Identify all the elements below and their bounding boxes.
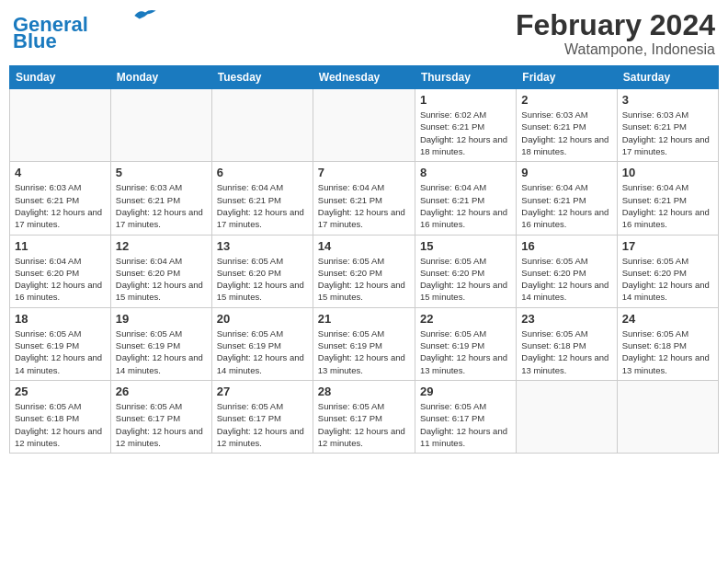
location: Watampone, Indonesia <box>516 41 715 58</box>
day-info: Sunrise: 6:05 AM Sunset: 6:20 PM Dayligh… <box>521 255 611 304</box>
calendar-cell: 4Sunrise: 6:03 AM Sunset: 6:21 PM Daylig… <box>10 162 111 235</box>
calendar-cell: 21Sunrise: 6:05 AM Sunset: 6:19 PM Dayli… <box>313 307 415 380</box>
calendar-cell: 3Sunrise: 6:03 AM Sunset: 6:21 PM Daylig… <box>617 89 718 162</box>
calendar-cell <box>211 89 313 162</box>
day-number: 29 <box>420 385 511 398</box>
calendar-cell: 25Sunrise: 6:05 AM Sunset: 6:18 PM Dayli… <box>10 380 111 453</box>
calendar-cell: 1Sunrise: 6:02 AM Sunset: 6:21 PM Daylig… <box>415 89 516 162</box>
calendar-cell: 29Sunrise: 6:05 AM Sunset: 6:17 PM Dayli… <box>415 380 516 453</box>
calendar-cell: 22Sunrise: 6:05 AM Sunset: 6:19 PM Dayli… <box>415 307 516 380</box>
day-number: 22 <box>420 312 511 326</box>
calendar-cell: 27Sunrise: 6:05 AM Sunset: 6:17 PM Dayli… <box>211 380 313 453</box>
calendar-cell: 16Sunrise: 6:05 AM Sunset: 6:20 PM Dayli… <box>517 235 617 307</box>
day-number: 13 <box>217 239 308 253</box>
calendar-header-tuesday: Tuesday <box>211 66 313 89</box>
page-header: General Blue February 2024 Watampone, In… <box>9 9 719 58</box>
calendar-cell <box>617 380 718 453</box>
calendar-cell: 17Sunrise: 6:05 AM Sunset: 6:20 PM Dayli… <box>617 235 718 307</box>
day-info: Sunrise: 6:05 AM Sunset: 6:18 PM Dayligh… <box>622 327 713 376</box>
day-number: 5 <box>116 166 207 179</box>
day-number: 6 <box>217 166 308 179</box>
calendar-cell: 2Sunrise: 6:03 AM Sunset: 6:21 PM Daylig… <box>517 89 617 162</box>
calendar-cell: 8Sunrise: 6:04 AM Sunset: 6:21 PM Daylig… <box>415 162 516 235</box>
month-title: February 2024 <box>516 9 715 41</box>
calendar-cell: 20Sunrise: 6:05 AM Sunset: 6:19 PM Dayli… <box>211 307 313 380</box>
day-number: 23 <box>521 312 611 326</box>
day-info: Sunrise: 6:04 AM Sunset: 6:21 PM Dayligh… <box>420 181 511 230</box>
calendar-cell: 15Sunrise: 6:05 AM Sunset: 6:20 PM Dayli… <box>415 235 516 307</box>
day-number: 12 <box>116 239 207 253</box>
calendar-cell: 28Sunrise: 6:05 AM Sunset: 6:17 PM Dayli… <box>313 380 415 453</box>
calendar-cell <box>313 89 415 162</box>
day-number: 17 <box>622 239 713 253</box>
calendar-cell: 26Sunrise: 6:05 AM Sunset: 6:17 PM Dayli… <box>110 380 211 453</box>
day-info: Sunrise: 6:03 AM Sunset: 6:21 PM Dayligh… <box>622 109 713 157</box>
day-info: Sunrise: 6:04 AM Sunset: 6:21 PM Dayligh… <box>622 181 713 230</box>
day-number: 18 <box>15 312 106 326</box>
calendar-cell: 13Sunrise: 6:05 AM Sunset: 6:20 PM Dayli… <box>211 235 313 307</box>
calendar-cell: 7Sunrise: 6:04 AM Sunset: 6:21 PM Daylig… <box>313 162 415 235</box>
day-number: 4 <box>15 166 106 179</box>
calendar-header-monday: Monday <box>110 66 211 89</box>
day-number: 26 <box>116 385 207 398</box>
calendar-cell: 23Sunrise: 6:05 AM Sunset: 6:18 PM Dayli… <box>517 307 617 380</box>
day-number: 15 <box>420 239 511 253</box>
calendar-header-thursday: Thursday <box>415 66 516 89</box>
day-info: Sunrise: 6:04 AM Sunset: 6:20 PM Dayligh… <box>15 255 106 304</box>
day-info: Sunrise: 6:05 AM Sunset: 6:20 PM Dayligh… <box>420 255 511 304</box>
day-info: Sunrise: 6:03 AM Sunset: 6:21 PM Dayligh… <box>521 109 611 157</box>
calendar-week-row: 4Sunrise: 6:03 AM Sunset: 6:21 PM Daylig… <box>10 162 719 235</box>
calendar-cell <box>10 89 111 162</box>
calendar-cell: 24Sunrise: 6:05 AM Sunset: 6:18 PM Dayli… <box>617 307 718 380</box>
calendar-cell: 18Sunrise: 6:05 AM Sunset: 6:19 PM Dayli… <box>10 307 111 380</box>
title-area: February 2024 Watampone, Indonesia <box>516 9 715 58</box>
day-info: Sunrise: 6:05 AM Sunset: 6:19 PM Dayligh… <box>318 327 410 376</box>
day-number: 20 <box>217 312 308 326</box>
day-number: 3 <box>622 93 713 107</box>
calendar-week-row: 25Sunrise: 6:05 AM Sunset: 6:18 PM Dayli… <box>10 380 719 453</box>
day-number: 19 <box>116 312 207 326</box>
day-number: 27 <box>217 385 308 398</box>
calendar-header-wednesday: Wednesday <box>313 66 415 89</box>
day-number: 10 <box>622 166 713 179</box>
day-number: 9 <box>521 166 611 179</box>
calendar-cell: 11Sunrise: 6:04 AM Sunset: 6:20 PM Dayli… <box>10 235 111 307</box>
day-info: Sunrise: 6:05 AM Sunset: 6:20 PM Dayligh… <box>622 255 713 304</box>
day-info: Sunrise: 6:05 AM Sunset: 6:17 PM Dayligh… <box>116 400 207 449</box>
day-info: Sunrise: 6:05 AM Sunset: 6:18 PM Dayligh… <box>521 327 611 376</box>
day-info: Sunrise: 6:05 AM Sunset: 6:19 PM Dayligh… <box>15 327 106 376</box>
day-info: Sunrise: 6:05 AM Sunset: 6:19 PM Dayligh… <box>420 327 511 376</box>
calendar-cell: 14Sunrise: 6:05 AM Sunset: 6:20 PM Dayli… <box>313 235 415 307</box>
day-number: 8 <box>420 166 511 179</box>
day-info: Sunrise: 6:02 AM Sunset: 6:21 PM Dayligh… <box>420 109 511 157</box>
day-info: Sunrise: 6:05 AM Sunset: 6:20 PM Dayligh… <box>217 255 308 304</box>
logo: General Blue <box>13 15 158 52</box>
day-info: Sunrise: 6:04 AM Sunset: 6:21 PM Dayligh… <box>318 181 410 230</box>
day-info: Sunrise: 6:04 AM Sunset: 6:21 PM Dayligh… <box>521 181 611 230</box>
day-info: Sunrise: 6:05 AM Sunset: 6:17 PM Dayligh… <box>217 400 308 449</box>
day-info: Sunrise: 6:04 AM Sunset: 6:20 PM Dayligh… <box>116 255 207 304</box>
calendar-cell: 6Sunrise: 6:04 AM Sunset: 6:21 PM Daylig… <box>211 162 313 235</box>
day-number: 7 <box>318 166 410 179</box>
calendar-table: SundayMondayTuesdayWednesdayThursdayFrid… <box>9 65 719 454</box>
calendar-cell: 5Sunrise: 6:03 AM Sunset: 6:21 PM Daylig… <box>110 162 211 235</box>
calendar-cell: 9Sunrise: 6:04 AM Sunset: 6:21 PM Daylig… <box>517 162 617 235</box>
day-number: 1 <box>420 93 511 107</box>
day-info: Sunrise: 6:05 AM Sunset: 6:19 PM Dayligh… <box>116 327 207 376</box>
calendar-cell <box>517 380 617 453</box>
logo-blue-text: Blue <box>13 31 57 52</box>
day-number: 16 <box>521 239 611 253</box>
calendar-cell: 19Sunrise: 6:05 AM Sunset: 6:19 PM Dayli… <box>110 307 211 380</box>
calendar-week-row: 11Sunrise: 6:04 AM Sunset: 6:20 PM Dayli… <box>10 235 719 307</box>
calendar-cell: 12Sunrise: 6:04 AM Sunset: 6:20 PM Dayli… <box>110 235 211 307</box>
day-number: 21 <box>318 312 410 326</box>
day-number: 28 <box>318 385 410 398</box>
day-info: Sunrise: 6:05 AM Sunset: 6:19 PM Dayligh… <box>217 327 308 376</box>
day-info: Sunrise: 6:05 AM Sunset: 6:18 PM Dayligh… <box>15 400 106 449</box>
day-info: Sunrise: 6:05 AM Sunset: 6:17 PM Dayligh… <box>318 400 410 449</box>
day-info: Sunrise: 6:05 AM Sunset: 6:20 PM Dayligh… <box>318 255 410 304</box>
calendar-header-friday: Friday <box>517 66 617 89</box>
calendar-week-row: 18Sunrise: 6:05 AM Sunset: 6:19 PM Dayli… <box>10 307 719 380</box>
day-info: Sunrise: 6:03 AM Sunset: 6:21 PM Dayligh… <box>15 181 106 230</box>
logo-bird-icon <box>132 7 158 24</box>
